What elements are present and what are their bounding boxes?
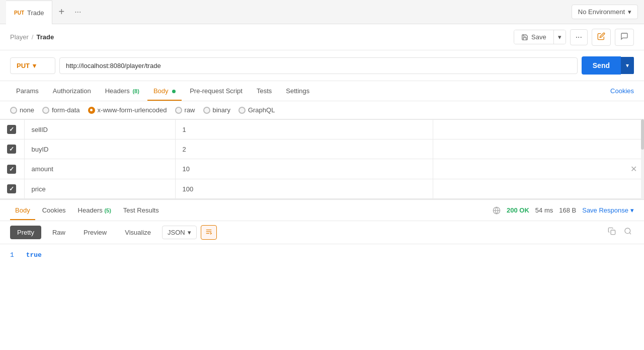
format-none[interactable]: none	[10, 106, 34, 114]
desc-cell-2[interactable]	[433, 139, 645, 159]
format-graphql[interactable]: GraphQL	[238, 106, 275, 114]
response-value: true	[26, 251, 42, 259]
checkbox-amount[interactable]: ✓	[7, 165, 16, 174]
scrollbar-track	[641, 119, 644, 199]
save-button[interactable]: Save	[514, 30, 553, 44]
toolbar-more-button[interactable]: ···	[570, 29, 588, 45]
format-binary[interactable]: binary	[203, 106, 230, 114]
format-graphql-label: GraphQL	[248, 106, 275, 114]
send-dropdown-button[interactable]: ▾	[621, 57, 634, 74]
tab-params[interactable]: Params	[10, 82, 45, 101]
format-raw-label: raw	[185, 106, 195, 114]
radio-raw-icon	[175, 107, 182, 114]
resp-tab-test-results[interactable]: Test Results	[118, 201, 164, 220]
params-table: ✓ sellID 1 ✓ buyID	[0, 119, 644, 199]
request-bar: PUT ▾ Send ▾	[0, 50, 644, 81]
checkbox-sellid[interactable]: ✓	[7, 125, 16, 134]
send-button[interactable]: Send	[582, 56, 621, 75]
resp-tab-cookies-label: Cookies	[42, 206, 66, 214]
edit-icon	[597, 32, 605, 40]
response-tabs-nav: Body Cookies Headers (5) Test Results 20…	[0, 200, 644, 221]
breadcrumb-current: Trade	[36, 33, 54, 41]
format-preview-button[interactable]: Preview	[76, 226, 114, 239]
format-response-button[interactable]	[201, 225, 217, 240]
copy-response-button[interactable]	[606, 225, 618, 240]
format-visualize-button[interactable]: Visualize	[118, 226, 158, 239]
value-cell-2[interactable]: 2	[175, 139, 433, 159]
search-response-button[interactable]	[622, 225, 634, 240]
resp-tab-body-label: Body	[15, 206, 30, 214]
checkbox-cell-2[interactable]: ✓	[0, 139, 24, 159]
radio-urlencoded-icon	[88, 107, 95, 114]
resp-tab-cookies[interactable]: Cookies	[37, 201, 71, 220]
breadcrumb-parent[interactable]: Player	[10, 33, 29, 41]
tab-title: Trade	[27, 9, 44, 17]
svg-rect-5	[611, 230, 615, 235]
checkbox-cell-1[interactable]: ✓	[0, 120, 24, 139]
param-value-3: 10	[183, 165, 190, 173]
format-raw-button[interactable]: Raw	[45, 226, 72, 239]
format-icon	[205, 228, 212, 235]
format-urlencoded-label: x-www-form-urlencoded	[98, 106, 167, 114]
checkbox-cell-4[interactable]: ✓	[0, 179, 24, 199]
send-button-group[interactable]: Send ▾	[582, 56, 634, 75]
format-pretty-button[interactable]: Pretty	[10, 226, 41, 239]
method-selector[interactable]: PUT ▾	[10, 57, 55, 74]
comment-icon-button[interactable]	[615, 29, 634, 46]
save-response-button[interactable]: Save Response ▾	[582, 206, 634, 214]
param-value-2: 2	[183, 146, 186, 153]
scrollbar-thumb[interactable]	[641, 119, 644, 150]
language-chevron-icon: ▾	[188, 229, 191, 236]
format-form-data[interactable]: form-data	[42, 106, 80, 114]
method-label: PUT	[17, 62, 30, 69]
breadcrumb-actions: Save ▾ ···	[514, 29, 634, 46]
language-label: JSON	[168, 229, 185, 236]
environment-selector[interactable]: No Environment ▾	[572, 5, 638, 19]
delete-row-icon[interactable]: ✕	[630, 165, 637, 173]
format-urlencoded[interactable]: x-www-form-urlencoded	[88, 106, 167, 114]
checkbox-price[interactable]: ✓	[7, 184, 16, 193]
tab-authorization[interactable]: Authorization	[47, 82, 97, 101]
tab-body[interactable]: Body	[147, 82, 182, 101]
resp-tab-body[interactable]: Body	[10, 201, 35, 220]
response-size: 168 B	[559, 206, 576, 214]
tab-tests-label: Tests	[257, 87, 272, 95]
top-tab-bar: PUT Trade + ··· No Environment ▾	[0, 0, 644, 24]
key-cell-2[interactable]: buyID	[24, 139, 175, 159]
cookies-link[interactable]: Cookies	[610, 87, 634, 95]
table-row: ✓ price 100	[0, 179, 644, 199]
add-tab-button[interactable]: +	[52, 6, 70, 18]
response-body: 1 true	[0, 244, 644, 266]
url-input[interactable]	[59, 57, 578, 74]
format-raw[interactable]: raw	[175, 106, 195, 114]
tab-settings[interactable]: Settings	[280, 82, 315, 101]
key-cell-3[interactable]: amount	[24, 159, 175, 179]
edit-icon-button[interactable]	[592, 29, 611, 46]
key-cell-1[interactable]: sellID	[24, 120, 175, 139]
save-button-group[interactable]: Save ▾	[514, 30, 566, 44]
checkbox-buyid[interactable]: ✓	[7, 145, 16, 154]
value-cell-3[interactable]: 10	[175, 159, 433, 179]
tab-tests[interactable]: Tests	[251, 82, 278, 101]
desc-cell-1[interactable]	[433, 120, 645, 139]
save-response-label: Save Response	[582, 206, 628, 214]
tab-body-label: Body	[153, 87, 169, 95]
tab-prerequest[interactable]: Pre-request Script	[184, 82, 249, 101]
request-tabs-nav: Params Authorization Headers (8) Body Pr…	[0, 81, 644, 101]
value-cell-1[interactable]: 1	[175, 120, 433, 139]
checkbox-cell-3[interactable]: ⇅ ✓	[0, 159, 24, 179]
radio-graphql-icon	[238, 107, 246, 114]
tab-more-button[interactable]: ···	[70, 8, 85, 17]
breadcrumb-separator: /	[32, 33, 34, 41]
request-tab[interactable]: PUT Trade	[6, 1, 52, 24]
save-dropdown-button[interactable]: ▾	[553, 30, 566, 44]
key-cell-4[interactable]: price	[24, 179, 175, 199]
response-format-bar: Pretty Raw Preview Visualize JSON ▾	[0, 221, 644, 244]
desc-cell-3[interactable]: ✕	[433, 159, 645, 179]
resp-headers-badge: (5)	[104, 207, 111, 214]
language-selector[interactable]: JSON ▾	[162, 226, 197, 239]
resp-tab-headers[interactable]: Headers (5)	[73, 201, 116, 220]
desc-cell-4[interactable]	[433, 179, 645, 199]
value-cell-4[interactable]: 100	[175, 179, 433, 199]
tab-headers[interactable]: Headers (8)	[99, 82, 145, 101]
